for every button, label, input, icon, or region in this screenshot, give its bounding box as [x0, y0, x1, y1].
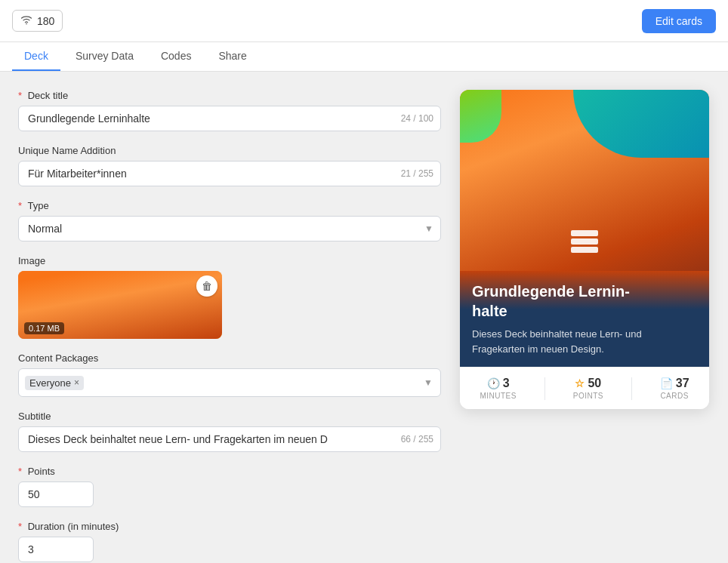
type-required-marker: *: [18, 200, 22, 211]
deck-title-char-count: 24 / 100: [401, 113, 433, 124]
minutes-label: MINUTES: [480, 392, 517, 400]
subtitle-input-wrapper: 66 / 255: [18, 426, 441, 452]
svg-point-0: [26, 23, 27, 25]
card-icon: 📄: [660, 377, 673, 389]
card-teal-shape: [573, 90, 709, 158]
unique-name-label: Unique Name Addition: [18, 145, 441, 156]
content-packages-label: Content Packages: [18, 352, 441, 364]
trash-icon: 🗑: [202, 280, 212, 292]
minutes-value: 3: [503, 377, 510, 390]
cards-value: 37: [676, 377, 689, 390]
duration-input[interactable]: [18, 537, 94, 562]
subtitle-field: Subtitle 66 / 255: [18, 411, 441, 452]
subtitle-input[interactable]: [18, 426, 441, 452]
tags-chevron-icon: ▼: [424, 377, 433, 388]
card-stats: 🕐 3 MINUTES ☆ 50 POINTS 📄: [460, 367, 709, 409]
image-delete-button[interactable]: 🗑: [196, 275, 217, 297]
type-select-wrapper: Normal Assessment Survey ▼: [18, 216, 441, 242]
subtitle-char-count: 66 / 255: [401, 434, 433, 445]
svg-rect-3: [571, 247, 598, 253]
top-bar: 180 Edit cards: [0, 0, 728, 42]
unique-name-char-count: 21 / 255: [401, 168, 433, 179]
card-subtitle: Dieses Deck beinhaltet neue Lern- und Fr…: [472, 327, 697, 356]
tab-deck[interactable]: Deck: [12, 42, 60, 71]
stat-divider-2: [631, 377, 632, 400]
points-label: POINTS: [573, 392, 603, 400]
deck-title-field: * Deck title 24 / 100: [18, 90, 441, 131]
clock-icon: 🕐: [487, 377, 500, 389]
type-label: * Type: [18, 200, 441, 211]
deck-title-label: * Deck title: [18, 90, 441, 101]
preview-panel: Grundlegende Lernin- halte Dieses Deck b…: [441, 90, 710, 545]
cards-label: CARDS: [660, 392, 689, 400]
star-icon: ☆: [575, 377, 585, 389]
deck-number: 180: [37, 15, 54, 27]
unique-name-input-wrapper: 21 / 255: [18, 161, 441, 186]
card-title: Grundlegende Lernin- halte: [472, 282, 697, 321]
stat-minutes: 🕐 3 MINUTES: [480, 377, 517, 400]
deck-preview-card: Grundlegende Lernin- halte Dieses Deck b…: [460, 90, 709, 409]
card-image-area: [460, 90, 709, 271]
stat-points: ☆ 50 POINTS: [573, 377, 603, 400]
points-label: * Points: [18, 466, 441, 477]
tabs-bar: Deck Survey Data Codes Share: [0, 42, 728, 72]
points-field: * Points: [18, 466, 441, 507]
tag-label: Everyone: [29, 377, 71, 389]
tag-remove-button[interactable]: ×: [74, 377, 79, 388]
tab-survey-data[interactable]: Survey Data: [63, 42, 146, 71]
edit-cards-button[interactable]: Edit cards: [642, 9, 716, 33]
tab-share[interactable]: Share: [206, 42, 258, 71]
svg-rect-1: [571, 230, 598, 236]
points-input[interactable]: [18, 481, 94, 507]
image-size-badge: 0.17 MB: [24, 322, 64, 334]
stat-divider-1: [544, 377, 545, 400]
card-body: Grundlegende Lernin- halte Dieses Deck b…: [460, 271, 709, 367]
everyone-tag: Everyone ×: [25, 376, 84, 390]
stat-cards: 📄 37 CARDS: [660, 377, 689, 400]
unique-name-field: Unique Name Addition 21 / 255: [18, 145, 441, 186]
duration-field: * Duration (in minutes): [18, 521, 441, 562]
wifi-icon: [20, 14, 32, 28]
main-content: * Deck title 24 / 100 Unique Name Additi…: [0, 72, 728, 563]
card-green-shape: [460, 90, 501, 143]
type-field: * Type Normal Assessment Survey ▼: [18, 200, 441, 242]
content-packages-input[interactable]: Everyone × ▼: [18, 368, 441, 397]
duration-label: * Duration (in minutes): [18, 521, 441, 532]
type-select[interactable]: Normal Assessment Survey: [18, 216, 441, 242]
image-label: Image: [18, 255, 441, 266]
required-marker: *: [18, 90, 22, 101]
deck-title-input-wrapper: 24 / 100: [18, 106, 441, 131]
deck-title-input[interactable]: [18, 106, 441, 131]
points-required-marker: *: [18, 466, 22, 477]
card-layers-icon: [571, 230, 598, 253]
points-value: 50: [588, 377, 601, 390]
tab-codes[interactable]: Codes: [149, 42, 203, 71]
form-panel: * Deck title 24 / 100 Unique Name Additi…: [18, 90, 441, 545]
subtitle-label: Subtitle: [18, 411, 441, 422]
svg-rect-2: [571, 238, 598, 245]
duration-required-marker: *: [18, 521, 22, 532]
content-packages-field: Content Packages Everyone × ▼: [18, 352, 441, 397]
image-field: Image 0.17 MB 🗑: [18, 255, 441, 339]
image-preview: 0.17 MB 🗑: [18, 271, 222, 339]
unique-name-input[interactable]: [18, 161, 441, 186]
deck-badge: 180: [12, 10, 63, 32]
